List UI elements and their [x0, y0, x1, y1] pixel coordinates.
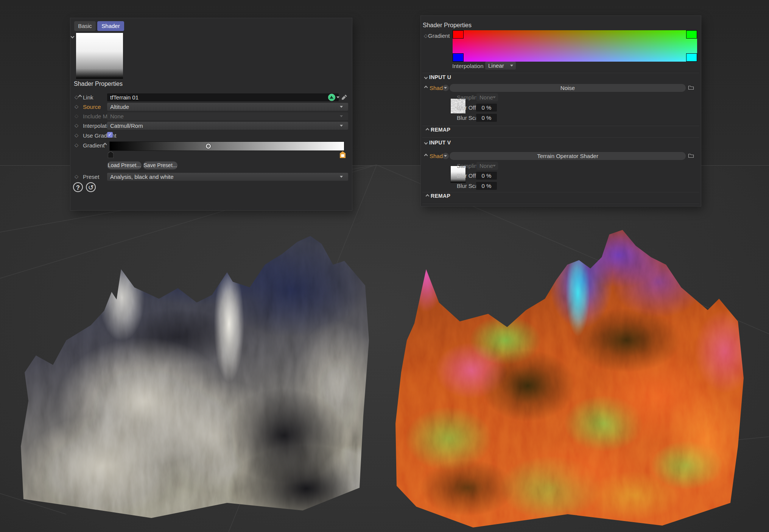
blur-scale-field[interactable]: 0 % — [476, 182, 497, 190]
eyedropper-icon[interactable] — [341, 94, 347, 100]
tab-shader[interactable]: Shader — [97, 21, 124, 31]
shader-options-button[interactable] — [442, 85, 449, 91]
section-divider — [422, 126, 699, 126]
shader-properties-panel-left: Basic Shader Shader Properties ◇ Link tf… — [70, 18, 352, 210]
panel-title: Shader Properties — [423, 22, 472, 29]
section-divider — [422, 73, 699, 73]
keyframe-diamond-icon[interactable]: ◇ — [75, 123, 78, 128]
preset-label: Preset — [83, 174, 99, 180]
section-collapse-icon[interactable] — [424, 76, 428, 79]
shader-properties-panel-right: Shader Properties ◇ Gradient Interpolati… — [421, 16, 701, 206]
expand-chevron-icon[interactable] — [78, 95, 82, 99]
keyframe-diamond-icon[interactable]: ◇ — [75, 174, 78, 179]
use-gradient-checkbox[interactable]: ✓ — [107, 132, 113, 138]
keyframe-diamond-icon: ◇ — [75, 113, 78, 118]
keyframe-diamond-icon[interactable]: ◇ — [75, 143, 78, 147]
gradient-label: Gradient — [83, 142, 105, 149]
interpolation-dropdown[interactable]: Catmull/Rom — [107, 122, 348, 130]
dropdown-arrow-icon — [340, 115, 343, 117]
blur-offset-field[interactable]: 0 % — [476, 104, 497, 112]
keyframe-diamond-icon[interactable]: ◇ — [424, 33, 428, 38]
remap-header[interactable]: REMAP — [431, 127, 450, 133]
gradient-knot-handle[interactable] — [206, 144, 211, 149]
link-dropdown-arrow-icon[interactable] — [336, 96, 339, 98]
linked-object-icon[interactable] — [328, 94, 335, 101]
expand-chevron-icon[interactable] — [424, 154, 428, 158]
link-label: Link — [83, 94, 93, 101]
folder-icon[interactable] — [688, 85, 694, 90]
input-u-header[interactable]: INPUT U — [429, 74, 451, 80]
dropdown-arrow-icon — [510, 65, 513, 67]
gradient-corner-swatch-bottom-left[interactable] — [453, 53, 464, 62]
save-preset-button[interactable]: Save Preset... — [143, 161, 177, 169]
dropdown-arrow-icon — [340, 125, 343, 127]
gradient-label: Gradient — [428, 33, 450, 39]
remap-header[interactable]: REMAP — [431, 193, 450, 199]
folder-icon[interactable] — [688, 153, 694, 158]
gradient-2d-box[interactable] — [453, 30, 697, 62]
shader-preview-swatch[interactable] — [76, 33, 123, 79]
keyframe-diamond-icon[interactable]: ◇ — [75, 95, 78, 99]
section-collapse-icon[interactable] — [426, 194, 430, 198]
section-divider — [422, 203, 699, 204]
gradient-knot-white-selected[interactable] — [340, 151, 346, 158]
blur-scale-field[interactable]: 0 % — [476, 114, 497, 122]
section-collapse-icon[interactable] — [426, 128, 430, 132]
gradient-knot-black[interactable] — [108, 151, 114, 158]
section-divider — [422, 137, 699, 137]
gradient-corner-swatch-top-left[interactable] — [453, 30, 464, 39]
link-field[interactable]: tfTerrain 01 — [107, 93, 339, 101]
input-v-header[interactable]: INPUT V — [429, 140, 451, 146]
keyframe-diamond-icon[interactable]: ◇ — [75, 104, 78, 109]
dropdown-arrow-icon — [493, 96, 496, 98]
section-collapse-icon[interactable] — [424, 141, 428, 145]
shader-options-button[interactable] — [442, 153, 449, 159]
source-label: Source — [83, 104, 101, 110]
gradient-corner-swatch-bottom-right[interactable] — [686, 53, 697, 62]
expand-chevron-icon[interactable] — [424, 86, 428, 90]
terrain-render-grayscale[interactable] — [19, 224, 371, 523]
interpolation-label: Interpolation — [452, 63, 484, 69]
terrain-render-colored[interactable] — [392, 227, 747, 529]
reset-button[interactable]: ↺ — [86, 182, 96, 192]
shader-link-button[interactable]: Terrain Operator Shader — [450, 152, 686, 160]
collapse-chevron-icon[interactable] — [71, 35, 75, 39]
preset-dropdown[interactable]: Analysis, black and white — [107, 173, 348, 181]
keyframe-diamond-icon[interactable]: ◇ — [75, 133, 78, 138]
dropdown-arrow-icon — [340, 106, 343, 108]
load-preset-button[interactable]: Load Preset... — [107, 161, 142, 169]
dropdown-arrow-icon — [493, 165, 496, 167]
gradient-corner-swatch-top-right[interactable] — [686, 30, 697, 39]
source-dropdown[interactable]: Altitude — [107, 103, 348, 111]
dropdown-arrow-icon — [340, 176, 343, 178]
tab-basic[interactable]: Basic — [74, 21, 96, 31]
gradient-strip[interactable] — [109, 141, 344, 151]
blur-offset-field[interactable]: 0 % — [476, 172, 497, 180]
panel-title: Shader Properties — [74, 81, 123, 87]
help-button[interactable]: ? — [73, 182, 83, 192]
include-mask-dropdown: None — [107, 112, 348, 120]
shader-link-button[interactable]: Noise — [450, 84, 686, 92]
section-divider — [422, 192, 699, 192]
